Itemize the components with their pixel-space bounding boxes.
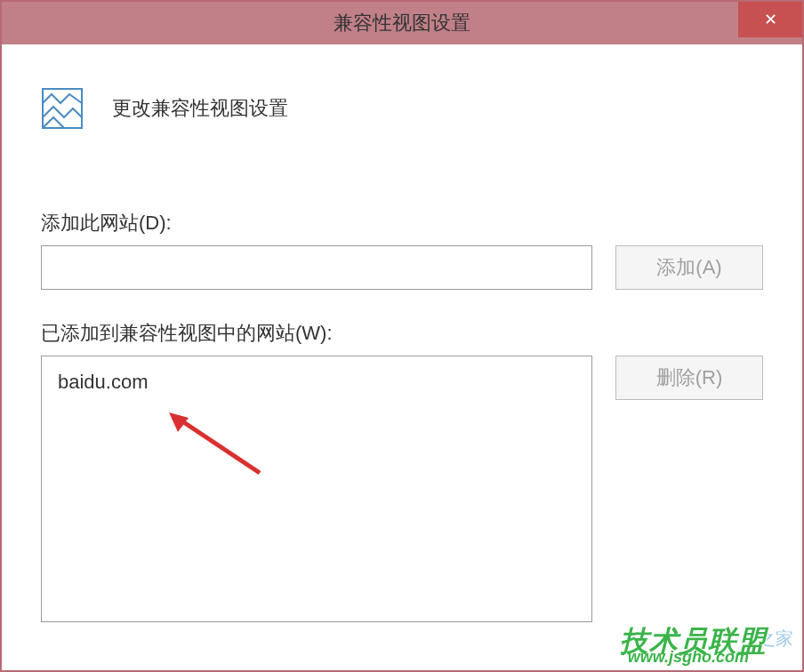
titlebar: 兼容性视图设置 ✕ — [2, 2, 802, 44]
websites-list-group: 已添加到兼容性视图中的网站(W): baidu.com 删除(R) — [41, 320, 763, 622]
compatibility-view-icon — [41, 87, 84, 130]
websites-list-row: baidu.com 删除(R) — [41, 356, 763, 622]
dialog-window: 兼容性视图设置 ✕ 更改兼容性视图设置 添加此网站(D): 添加(A) 已添加到… — [0, 0, 804, 672]
titlebar-title: 兼容性视图设置 — [334, 10, 470, 36]
dialog-content: 更改兼容性视图设置 添加此网站(D): 添加(A) 已添加到兼容性视图中的网站(… — [2, 44, 802, 622]
close-button[interactable]: ✕ — [738, 2, 802, 37]
websites-list-label: 已添加到兼容性视图中的网站(W): — [41, 320, 763, 347]
add-website-group: 添加此网站(D): 添加(A) — [41, 210, 763, 290]
watermark-url: www.jsgho.com — [628, 648, 749, 667]
close-icon: ✕ — [764, 10, 777, 29]
header-text: 更改兼容性视图设置 — [112, 95, 288, 122]
websites-listbox[interactable]: baidu.com — [41, 356, 592, 622]
add-button[interactable]: 添加(A) — [615, 245, 763, 290]
header-row: 更改兼容性视图设置 — [41, 87, 763, 130]
remove-button[interactable]: 删除(R) — [615, 356, 763, 400]
list-item[interactable]: baidu.com — [58, 369, 575, 396]
add-website-row: 添加(A) — [41, 245, 763, 290]
add-website-label: 添加此网站(D): — [41, 210, 763, 236]
add-website-input[interactable] — [41, 245, 592, 290]
